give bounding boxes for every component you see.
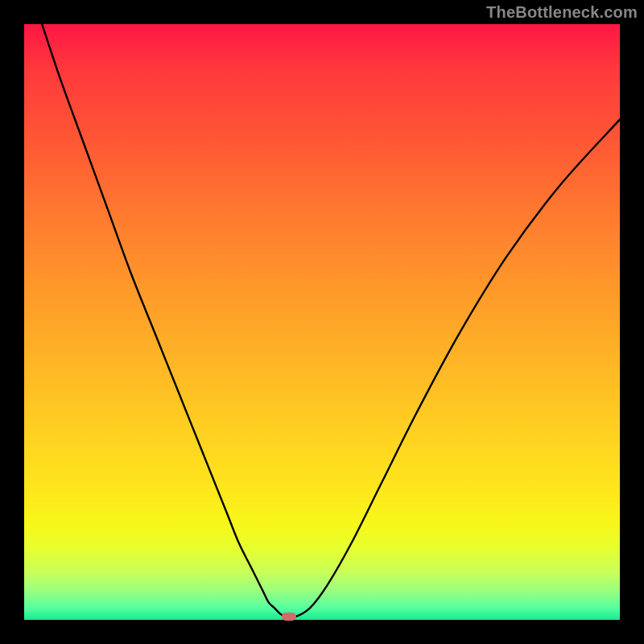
optimal-point-marker [282, 613, 296, 621]
watermark-text: TheBottleneck.com [486, 3, 638, 22]
bottleneck-curve [24, 24, 620, 620]
chart-frame: TheBottleneck.com [0, 0, 644, 644]
plot-area [24, 24, 620, 620]
